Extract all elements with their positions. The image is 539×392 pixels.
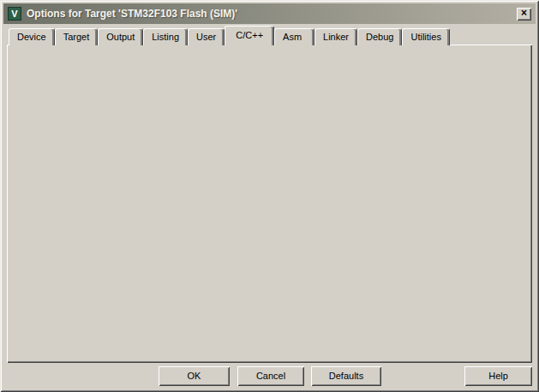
tab-target[interactable]: Target — [55, 28, 99, 45]
tab-cpp[interactable]: C/C++ — [225, 26, 274, 45]
window-title: Options for Target 'STM32F103 Flash (SIM… — [27, 8, 517, 20]
ok-button[interactable]: OK — [159, 366, 230, 386]
help-button[interactable]: Help — [464, 366, 532, 386]
tab-listing[interactable]: Listing — [143, 28, 188, 45]
close-button[interactable]: × — [517, 8, 531, 21]
tab-utilities[interactable]: Utilities — [402, 28, 449, 45]
cpp-tab-page — [7, 45, 532, 363]
tab-debug[interactable]: Debug — [357, 28, 402, 45]
tab-linker[interactable]: Linker — [314, 28, 357, 45]
title-bar[interactable]: V Options for Target 'STM32F103 Flash (S… — [3, 3, 536, 24]
tab-device[interactable]: Device — [9, 28, 55, 45]
defaults-button[interactable]: Defaults — [311, 366, 381, 386]
tab-strip: Device Target Output Listing User C/C++ … — [9, 26, 450, 45]
tab-user[interactable]: User — [188, 28, 225, 45]
uvision-app-icon: V — [8, 7, 21, 21]
cancel-button[interactable]: Cancel — [237, 366, 304, 386]
tab-output[interactable]: Output — [98, 28, 143, 45]
options-dialog: V Options for Target 'STM32F103 Flash (S… — [0, 0, 539, 392]
tab-asm[interactable]: Asm — [274, 28, 314, 45]
